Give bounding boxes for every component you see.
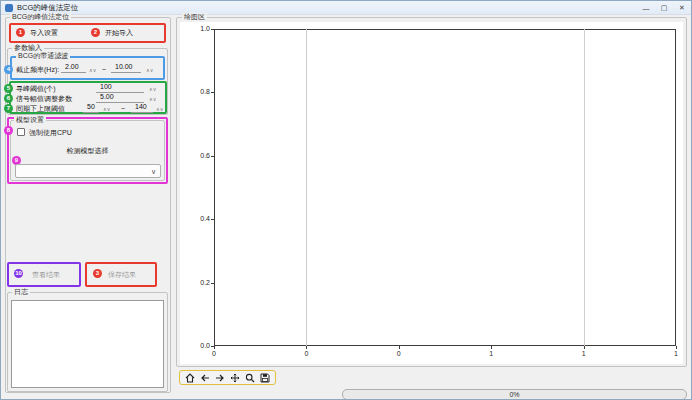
cutoff-high-input[interactable]: 10.00 [111,63,141,73]
badge-4: 4 [4,65,13,74]
x-tick-mark [399,346,400,349]
cutoff-low-spinner-icon[interactable]: ∧∨ [89,66,96,74]
bandpass-group-title: BCG的带通滤波 [16,52,70,60]
window-controls: — ▢ ✕ [637,1,691,15]
badge-8: 8 [4,126,13,135]
amplitude-adjust-spinner-icon[interactable]: ∧∨ [149,95,156,103]
combobox-chevron-down-icon: ∨ [151,166,156,178]
plot-toolbar [179,370,276,385]
cutoff-separator: ~ [102,66,106,74]
interval-threshold-label: 间期下上限阈值 [16,105,65,113]
force-cpu-label: 强制使用CPU [29,129,72,137]
model-select-combobox[interactable]: ∨ [15,164,161,178]
x-tick-label: 1 [574,350,594,358]
close-button[interactable]: ✕ [673,1,691,15]
x-tick-label: 0 [389,350,409,358]
badge-1: 1 [16,28,25,37]
peak-threshold-spinner-icon[interactable]: ∧∨ [149,85,156,93]
maximize-button[interactable]: ▢ [655,1,673,15]
params-group-title: 参数输入 [12,44,44,52]
model-group-title: 模型设置 [14,116,46,124]
progress-bar: 0% [342,389,687,400]
badge-6: 6 [4,94,13,103]
window-title: BCG的峰值法定位 [17,3,78,13]
log-listbox[interactable] [11,300,164,388]
interval-low-spinner-icon[interactable]: ∧∨ [103,105,110,113]
x-tick-mark [491,346,492,349]
x-tick-mark [676,346,677,349]
badge-7: 7 [4,104,13,113]
y-tick-label: 0.8 [192,88,210,96]
y-tick-mark [211,219,214,220]
amplitude-adjust-label: 信号幅值调整参数 [16,95,72,103]
left-panel-group-title: BCG的峰值法定位 [10,13,71,21]
y-tick-mark [211,29,214,30]
y-tick-mark [211,92,214,93]
plot-axes [214,29,676,346]
y-tick-mark [211,346,214,347]
interval-high-spinner-icon[interactable]: ∧∨ [156,105,163,113]
interval-high-input[interactable]: 140 [131,103,153,113]
cutoff-high-spinner-icon[interactable]: ∧∨ [146,66,153,74]
minimize-button[interactable]: — [637,1,655,15]
plot-gridline-vertical [584,29,585,346]
interval-low-input[interactable]: 50 [83,103,99,113]
y-tick-label: 1.0 [192,25,210,33]
pan-icon[interactable] [230,373,240,383]
badge-10: 10 [14,269,23,278]
x-tick-label: 1 [666,350,686,358]
home-icon[interactable] [185,373,195,383]
force-cpu-checkbox[interactable] [17,128,25,136]
peak-threshold-label: 寻峰阈值(个) [16,85,56,93]
plot-panel-group-title: 绘图区 [182,13,207,21]
save-results-button[interactable]: 保存结果 [108,271,136,279]
amplitude-adjust-input[interactable]: 5.00 [96,93,144,103]
plot-gridline-vertical [306,29,307,346]
view-results-button[interactable]: 查看结果 [32,271,60,279]
log-group-title: 日志 [12,288,30,296]
zoom-magnifier-icon[interactable] [245,373,255,383]
x-tick-mark [306,346,307,349]
plot-canvas[interactable]: 0001110.00.20.40.60.81.0 [180,22,683,364]
badge-2: 2 [91,28,100,37]
y-tick-label: 0.6 [192,152,210,160]
cutoff-frequency-label: 截止频率(Hz): [16,66,59,74]
model-select-label: 检测模型选择 [10,147,165,155]
x-tick-label: 0 [296,350,316,358]
progress-value: 0% [509,390,519,399]
x-tick-label: 0 [204,350,224,358]
y-tick-label: 0.4 [192,215,210,223]
forward-arrow-icon[interactable] [215,373,225,383]
y-tick-mark [211,283,214,284]
y-tick-mark [211,156,214,157]
import-settings-button[interactable]: 导入设置 [30,29,58,37]
peak-threshold-input[interactable]: 100 [96,83,144,93]
x-tick-label: 1 [481,350,501,358]
back-arrow-icon[interactable] [200,373,210,383]
badge-3: 3 [93,269,102,278]
cutoff-low-input[interactable]: 2.00 [61,63,86,73]
interval-separator: ~ [121,105,125,113]
badge-5: 5 [4,84,13,93]
app-icon [5,4,13,12]
app-window: BCG的峰值法定位 — ▢ ✕ BCG的峰值法定位 1 导入设置 2 开始导入 … [0,0,692,400]
x-tick-mark [214,346,215,349]
y-tick-label: 0.2 [192,279,210,287]
title-bar [1,1,691,15]
x-tick-mark [584,346,585,349]
y-tick-label: 0.0 [192,342,210,350]
save-floppy-icon[interactable] [260,373,270,383]
start-import-button[interactable]: 开始导入 [105,29,133,37]
